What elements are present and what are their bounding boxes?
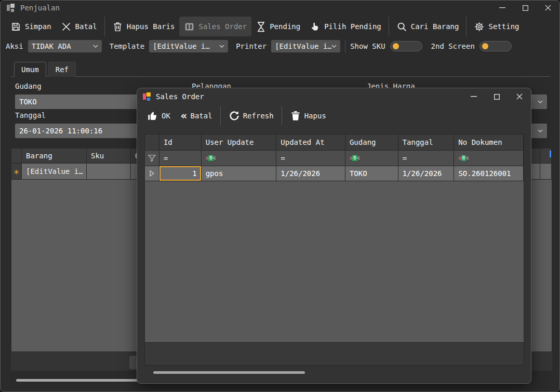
cell-gudang[interactable]: TOKO: [345, 166, 398, 181]
filter-updated-at[interactable]: =: [276, 151, 345, 166]
sku-cell[interactable]: [87, 164, 131, 180]
gear-icon: [474, 21, 485, 32]
pending-button[interactable]: Pending: [251, 17, 305, 36]
col-tanggal[interactable]: Tanggal: [398, 134, 455, 151]
cari-barang-label: Cari Barang: [411, 22, 459, 31]
dialog-horizontal-scrollbar[interactable]: [153, 371, 305, 374]
tab-ref[interactable]: Ref: [48, 62, 76, 77]
hand-pointer-icon: [310, 21, 321, 32]
col-gudang[interactable]: Gudang: [345, 134, 398, 151]
filter-gudang[interactable]: aBc: [345, 151, 398, 166]
dialog-grid-body: [145, 181, 524, 342]
trash-icon: [112, 21, 123, 32]
cell-tanggal[interactable]: 1/26/2026: [398, 166, 455, 181]
filter-id[interactable]: =: [159, 151, 202, 166]
template-combo[interactable]: [EditValue i…: [149, 40, 228, 52]
tanggal-label: Tanggal: [15, 111, 46, 119]
cari-barang-button[interactable]: Cari Barang: [392, 17, 464, 36]
dialog-maximize-button[interactable]: [485, 88, 508, 105]
dialog-window-controls: [462, 88, 531, 105]
sales-order-dialog: Sales Order OK: [137, 88, 531, 384]
chevron-down-icon: [538, 100, 543, 103]
printer-combo[interactable]: [EditValue i…: [271, 40, 340, 52]
dialog-toolbar-separator: [282, 106, 282, 125]
cell-no-dokumen[interactable]: SO.260126001: [454, 166, 524, 181]
second-screen-toggle[interactable]: [479, 41, 512, 51]
second-screen-label: 2nd Screen: [431, 42, 475, 50]
col-updated-at[interactable]: Updated At: [276, 134, 345, 151]
window-controls: [491, 1, 559, 15]
printer-label: Printer: [236, 42, 266, 50]
tab-umum[interactable]: Umum: [14, 62, 46, 77]
setting-button[interactable]: Setting: [469, 17, 524, 36]
simpan-button[interactable]: Simpan: [6, 17, 56, 36]
abc-filter-icon: aBc: [458, 155, 469, 161]
aksi-combo[interactable]: TIDAK_ADA: [28, 40, 102, 52]
dialog-grid-filter-row: = aBc = aBc = aBc: [145, 151, 524, 166]
minimize-button[interactable]: [491, 1, 514, 15]
cell-id[interactable]: 1: [159, 166, 202, 181]
row-expand-icon[interactable]: [145, 166, 159, 181]
dialog-title: Sales Order: [156, 92, 204, 101]
filter-user-update[interactable]: aBc: [202, 151, 277, 166]
sales-order-label: Sales Order: [198, 22, 247, 31]
pending-label: Pending: [270, 22, 300, 31]
main-toolbar: Simpan Batal Hapus Baris: [1, 15, 559, 38]
filter-tanggal[interactable]: =: [398, 151, 455, 166]
simpan-label: Simpan: [25, 22, 51, 31]
toggle-knob: [482, 43, 488, 49]
double-chevron-left-icon: «: [181, 111, 188, 121]
dialog-toolbar: OK « Batal Refresh: [137, 105, 531, 127]
col-id[interactable]: Id: [159, 134, 202, 151]
barang-cell[interactable]: [EditValue i…: [22, 164, 87, 180]
save-icon: [10, 21, 21, 32]
batal-label: Batal: [75, 22, 97, 31]
hapus-baris-label: Hapus Baris: [127, 22, 175, 31]
main-window: Penjualan Simpan B: [0, 0, 560, 392]
abc-filter-icon: aBc: [350, 155, 360, 161]
col-no-dokumen[interactable]: No Dokumen: [454, 134, 524, 151]
refresh-icon: [229, 110, 240, 121]
row-indicator-header: [145, 134, 159, 151]
cell-user-update[interactable]: gpos: [202, 166, 277, 181]
col-barang[interactable]: Barang: [22, 148, 87, 164]
template-value: [EditValue i…: [153, 42, 210, 50]
dialog-grid-footer: [144, 343, 524, 366]
titlebar: Penjualan: [1, 1, 559, 15]
dialog-hapus-button[interactable]: Hapus: [285, 106, 331, 125]
maximize-button[interactable]: [514, 1, 537, 15]
new-row-icon: *: [14, 171, 19, 176]
dialog-batal-button[interactable]: « Batal: [176, 106, 217, 125]
ok-button[interactable]: OK: [142, 106, 175, 125]
aksi-value: TIDAK_ADA: [32, 42, 71, 50]
cell-updated-at[interactable]: 1/26/2026: [276, 166, 345, 181]
show-sku-toggle[interactable]: [390, 41, 422, 51]
search-icon: [396, 21, 407, 32]
batal-button[interactable]: Batal: [56, 17, 102, 36]
toolbar-separator: [104, 17, 105, 36]
grid-scroll-accent: [550, 151, 551, 157]
pilih-pending-button[interactable]: Pilih Pending: [305, 17, 386, 36]
ok-label: OK: [162, 112, 170, 120]
chevron-down-icon: [331, 45, 337, 48]
tanggal-value: 26-01-2026 11:00:16: [19, 124, 102, 138]
refresh-button[interactable]: Refresh: [224, 106, 278, 125]
dialog-app-icon: [143, 92, 151, 101]
hapus-baris-button[interactable]: Hapus Baris: [108, 17, 180, 36]
col-user-update[interactable]: User Update: [202, 134, 277, 151]
toggle-knob: [393, 43, 399, 49]
focused-cell: 1: [159, 166, 201, 181]
dialog-minimize-button[interactable]: [462, 88, 485, 105]
dialog-grid-row[interactable]: 1 gpos 1/26/2026 TOKO 1/26/2026 SO.26012…: [145, 166, 524, 181]
row-indicator-header: [11, 148, 22, 164]
col-sku[interactable]: Sku: [87, 148, 131, 164]
chevron-down-icon: [93, 45, 98, 48]
toolbar-separator: [466, 17, 466, 36]
close-button[interactable]: [537, 1, 559, 15]
filter-no-dokumen[interactable]: aBc: [454, 151, 524, 166]
show-sku-label: Show SKU: [350, 42, 385, 50]
refresh-label: Refresh: [243, 112, 274, 120]
dialog-close-button[interactable]: [508, 88, 531, 105]
tab-strip: Umum Ref: [14, 62, 76, 77]
sales-order-button[interactable]: Sales Order: [179, 17, 251, 36]
